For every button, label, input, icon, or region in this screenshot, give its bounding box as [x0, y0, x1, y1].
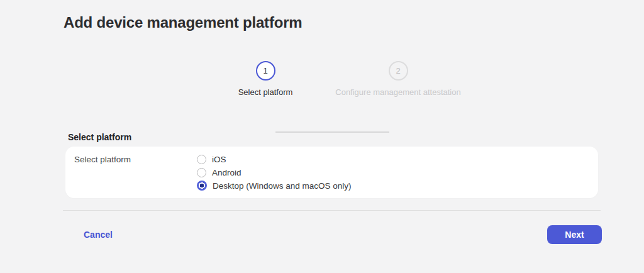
- field-label-select-platform: Select platform: [74, 155, 131, 164]
- platform-radio-group: iOS Android Desktop (Windows and macOS o…: [197, 154, 352, 191]
- radio-button-icon[interactable]: [197, 155, 206, 164]
- cancel-button[interactable]: Cancel: [84, 230, 113, 240]
- add-device-management-platform-page: Add device management platform 1 Select …: [0, 0, 644, 273]
- stepper-step-configure-attestation: 2 Configure management attestation: [329, 61, 467, 97]
- step-1-circle: 1: [256, 61, 275, 81]
- radio-option-android[interactable]: Android: [197, 167, 352, 177]
- radio-option-label: Android: [212, 168, 242, 177]
- radio-option-label: iOS: [212, 155, 226, 164]
- stepper-step-select-platform: 1 Select platform: [196, 61, 335, 97]
- section-heading-select-platform: Select platform: [68, 132, 131, 142]
- select-platform-card: Select platform iOS Android Desktop (Win…: [65, 147, 598, 198]
- next-button[interactable]: Next: [547, 225, 602, 244]
- radio-button-icon[interactable]: [197, 168, 206, 177]
- step-1-label: Select platform: [238, 87, 293, 97]
- radio-option-desktop[interactable]: Desktop (Windows and macOS only): [197, 181, 352, 191]
- page-title: Add device management platform: [64, 14, 302, 31]
- step-2-circle: 2: [389, 61, 408, 81]
- stepper-connector-line: [275, 131, 389, 133]
- step-1-number: 1: [263, 66, 267, 75]
- footer-divider: [63, 210, 601, 211]
- stepper: 1 Select platform 2 Configure management…: [0, 61, 644, 99]
- radio-option-label: Desktop (Windows and macOS only): [213, 181, 352, 191]
- radio-button-icon[interactable]: [197, 181, 207, 191]
- step-2-number: 2: [396, 66, 400, 75]
- step-2-label: Configure management attestation: [335, 87, 460, 97]
- radio-option-ios[interactable]: iOS: [197, 154, 352, 164]
